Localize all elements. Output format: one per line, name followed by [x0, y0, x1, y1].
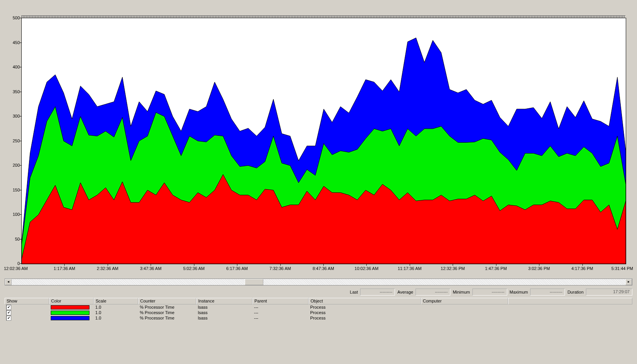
x-tick-label: 5:02:36 AM: [183, 266, 205, 271]
cell-parent: ---: [252, 310, 309, 315]
x-tick-mark: [108, 264, 108, 266]
x-tick-mark: [539, 264, 539, 266]
scroll-left-button[interactable]: ◄: [5, 279, 12, 285]
y-tick-label: 350: [4, 89, 20, 94]
y-tick-label: 450: [4, 40, 20, 45]
duration-value: 17:29:07: [586, 289, 632, 296]
cell-instance: lsass: [196, 316, 252, 320]
table-row[interactable]: ✔1.0% Processor Timelsass---Process: [5, 304, 632, 310]
col-object[interactable]: Object: [309, 298, 421, 304]
x-tick-mark: [194, 264, 194, 266]
last-value: ---------: [360, 289, 395, 296]
show-checkbox[interactable]: ✔: [6, 310, 11, 315]
x-tick-label: 2:32:36 AM: [97, 266, 118, 271]
y-tick-mark: [20, 116, 21, 116]
x-tick-mark: [151, 264, 151, 266]
average-label: Average: [397, 290, 414, 294]
average-value: ---------: [416, 289, 450, 296]
y-tick-label: 250: [4, 138, 20, 143]
x-tick-mark: [237, 264, 237, 266]
cell-instance: lsass: [196, 310, 252, 315]
scroll-right-button[interactable]: ►: [625, 279, 632, 285]
x-tick-mark: [582, 264, 583, 266]
x-tick-label: 4:17:36 PM: [571, 266, 593, 271]
cell-scale: 1.0: [94, 316, 138, 320]
cell-scale: 1.0: [94, 305, 138, 309]
duration-label: Duration: [567, 290, 584, 294]
col-instance[interactable]: Instance: [196, 298, 252, 304]
x-tick-mark: [366, 264, 367, 266]
x-tick-label: 1:47:36 PM: [485, 266, 507, 271]
color-swatch: [51, 305, 89, 309]
color-swatch: [51, 316, 89, 320]
col-show[interactable]: Show: [5, 298, 49, 304]
cell-object: Process: [309, 310, 421, 315]
minimum-value: ---------: [472, 289, 507, 296]
x-tick-label: 11:17:36 AM: [398, 266, 422, 271]
cell-scale: 1.0: [94, 310, 138, 315]
minimum-label: Minimum: [452, 290, 471, 294]
y-tick-label: 50: [4, 237, 20, 241]
y-tick-label: 0: [4, 261, 20, 266]
x-tick-label: 3:02:36 PM: [528, 266, 550, 271]
y-tick-label: 200: [4, 163, 20, 167]
y-tick-label: 150: [4, 188, 20, 192]
y-tick-mark: [20, 67, 21, 67]
x-tick-label: 6:17:36 AM: [226, 266, 248, 271]
scroll-thumb[interactable]: [245, 279, 263, 285]
x-tick-mark: [453, 264, 453, 266]
plot-area[interactable]: [21, 18, 626, 264]
y-tick-label: 100: [4, 212, 20, 217]
perfmon-window: { "chart_data": { "type": "area", "ylim"…: [0, 0, 637, 364]
y-tick-mark: [20, 190, 21, 190]
x-tick-mark: [280, 264, 281, 266]
chart-region: 050100150200250300350400450500 1:17:36 A…: [0, 0, 637, 279]
table-row[interactable]: ✔1.0% Processor Timelsass---Process: [5, 310, 632, 315]
last-label: Last: [349, 290, 359, 294]
cell-counter: % Processor Time: [138, 310, 196, 315]
show-checkbox[interactable]: ✔: [6, 316, 11, 321]
chart-svg: [22, 18, 626, 264]
y-tick-mark: [20, 165, 21, 166]
col-computer[interactable]: Computer: [421, 298, 508, 304]
show-checkbox[interactable]: ✔: [6, 305, 11, 310]
cell-object: Process: [309, 316, 421, 320]
col-counter[interactable]: Counter: [138, 298, 196, 304]
x-tick-label: 7:32:36 AM: [270, 266, 291, 271]
col-color[interactable]: Color: [49, 298, 94, 304]
y-tick-mark: [20, 141, 21, 141]
stats-bar: Last --------- Average --------- Minimum…: [5, 288, 632, 296]
x-tick-label: 3:47:36 AM: [140, 266, 161, 271]
x-tick-mark: [323, 264, 324, 266]
x-tick-mark: [64, 264, 65, 266]
col-scale[interactable]: Scale: [94, 298, 138, 304]
x-tick-label: 10:02:36 AM: [355, 266, 379, 271]
cell-instance: lsass: [196, 305, 252, 309]
y-tick-mark: [20, 239, 21, 239]
col-extra[interactable]: [508, 298, 632, 304]
x-tick-mark: [410, 264, 410, 266]
x-tick-label: 8:47:36 AM: [312, 266, 334, 271]
maximum-value: ---------: [530, 289, 565, 296]
y-tick-mark: [20, 214, 21, 215]
cell-counter: % Processor Time: [138, 316, 196, 320]
y-tick-label: 500: [4, 15, 20, 20]
cell-parent: ---: [252, 305, 309, 309]
table-row[interactable]: ✔1.0% Processor Timelsass---Process: [5, 315, 632, 321]
cell-counter: % Processor Time: [138, 305, 196, 309]
color-swatch: [51, 311, 89, 315]
x-tick-label: 12:32:36 PM: [441, 266, 465, 271]
col-parent[interactable]: Parent: [252, 298, 309, 304]
grid-header: Show Color Scale Counter Instance Parent…: [5, 298, 632, 304]
y-tick-mark: [20, 43, 21, 43]
y-tick-label: 300: [4, 114, 20, 118]
cell-parent: ---: [252, 316, 309, 320]
timeline-scrollbar[interactable]: ◄ ►: [5, 279, 632, 285]
cell-object: Process: [309, 305, 421, 309]
scroll-track[interactable]: [12, 279, 625, 285]
maximum-label: Maximum: [509, 290, 529, 294]
x-tick-mark: [496, 264, 496, 266]
y-tick-label: 400: [4, 65, 20, 69]
counter-grid[interactable]: Show Color Scale Counter Instance Parent…: [5, 298, 632, 325]
x-tick-label: 1:17:36 AM: [54, 266, 76, 271]
